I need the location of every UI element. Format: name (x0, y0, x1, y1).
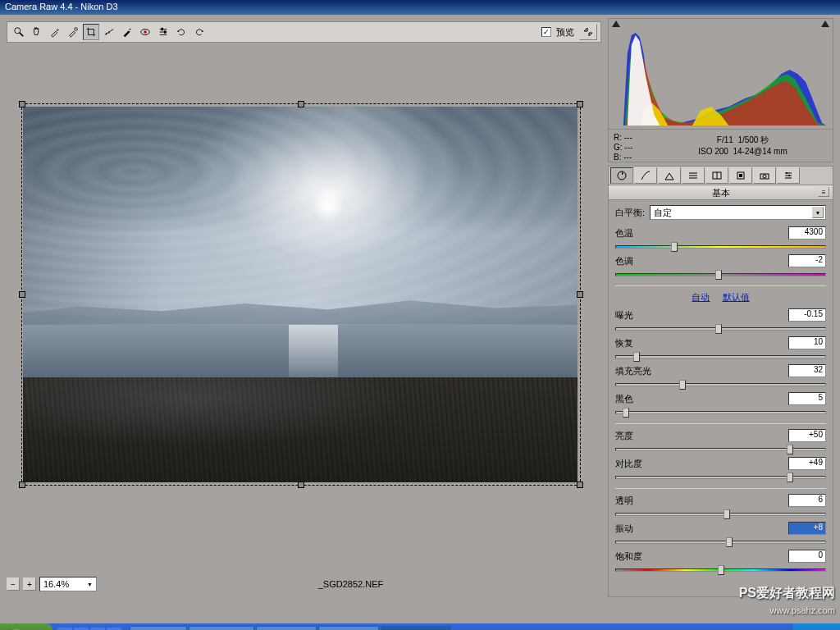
wb-label: 白平衡: (615, 207, 645, 219)
svg-rect-10 (164, 30, 167, 34)
window-title: Camera Raw 4.4 - Nikon D3 (5, 2, 118, 11)
rotate-cw-icon[interactable] (191, 24, 208, 40)
blacks-slider[interactable] (615, 407, 826, 418)
svg-rect-18 (739, 174, 742, 177)
fill-label: 填充亮光 (615, 365, 664, 377)
zoom-tool-icon[interactable] (11, 24, 27, 40)
tint-label: 色调 (615, 255, 656, 267)
histogram (608, 18, 833, 130)
bright-label: 亮度 (615, 430, 656, 442)
crop-overlay[interactable] (21, 103, 581, 486)
tint-input[interactable]: -2 (788, 254, 826, 267)
system-tray[interactable]: 🛡 K 🔊 (793, 623, 840, 630)
tab-detail[interactable] (658, 167, 681, 184)
preview-checkbox[interactable]: ✓ (541, 27, 551, 37)
tab-split[interactable] (705, 167, 728, 184)
task-btn-4[interactable]: 📋TODO2 (318, 626, 379, 630)
window-titlebar: Camera Raw 4.4 - Nikon D3 (0, 0, 840, 15)
contrast-label: 对比度 (615, 458, 656, 470)
fill-slider[interactable] (615, 379, 826, 390)
zoom-out-button[interactable]: − (7, 578, 20, 591)
clarity-slider[interactable] (615, 509, 826, 520)
exposure-label: 曝光 (615, 309, 656, 322)
auto-link[interactable]: 自动 (692, 292, 710, 302)
wb-dropdown[interactable]: 自定 ▼ (650, 205, 826, 220)
basic-panel: 白平衡: 自定 ▼ 色温 4300 色调 -2 自动 默认值 (608, 200, 833, 597)
tab-curve[interactable] (634, 167, 657, 184)
taskbar: 开始 e ▭ ✉ ◆ 🦊[学习... 📁2 Wind... 📘3 Micr...… (0, 623, 840, 630)
svg-rect-9 (161, 28, 163, 31)
tab-camera[interactable] (753, 167, 776, 184)
svg-point-24 (786, 172, 788, 174)
svg-point-20 (763, 175, 766, 178)
sat-input[interactable]: 0 (788, 550, 826, 563)
default-link[interactable]: 默认值 (723, 292, 750, 302)
task-buttons: 🦊[学习... 📁2 Wind... 📘3 Micr... 📋TODO2 PsA… (126, 626, 793, 630)
tab-presets[interactable] (777, 167, 800, 184)
contrast-slider[interactable] (615, 472, 826, 483)
fullscreen-button[interactable] (579, 24, 597, 40)
task-btn-5[interactable]: PsAdobe P... (381, 626, 451, 630)
tab-lens[interactable] (729, 167, 752, 184)
color-sampler-tool-icon[interactable] (65, 24, 81, 40)
task-btn-3[interactable]: 📘3 Micr... (256, 626, 317, 630)
rotate-ccw-icon[interactable] (173, 24, 189, 40)
panel-title: 基本 ≡ (608, 185, 833, 200)
svg-point-25 (788, 175, 790, 176)
task-btn-1[interactable]: 🦊[学习... (130, 626, 187, 630)
vibrance-input[interactable]: +8 (788, 522, 826, 535)
panel-menu-icon[interactable]: ≡ (818, 187, 829, 197)
temp-label: 色温 (615, 227, 656, 240)
toolbar: ✓ 预览 (7, 21, 601, 43)
prefs-tool-icon[interactable] (155, 24, 171, 40)
preview-label: 预览 (556, 26, 574, 39)
vibrance-slider[interactable] (615, 536, 826, 548)
contrast-input[interactable]: +49 (788, 457, 826, 470)
zoom-select[interactable]: 16.4%▼ (39, 577, 97, 591)
temp-input[interactable]: 4300 (788, 226, 826, 240)
zoom-in-button[interactable]: + (23, 578, 36, 591)
bright-input[interactable]: +50 (788, 429, 826, 442)
crop-tool-icon[interactable] (83, 24, 99, 40)
task-btn-2[interactable]: 📁2 Wind... (189, 626, 253, 630)
preview-area[interactable] (7, 49, 601, 569)
recovery-input[interactable]: 10 (788, 336, 826, 349)
clarity-input[interactable]: 6 (788, 494, 826, 507)
clarity-label: 透明 (615, 495, 656, 507)
svg-point-3 (130, 29, 131, 30)
filename-label: _SGD2852.NEF (100, 579, 601, 589)
footer: 存储图像 打开图像 取消 (0, 600, 840, 623)
svg-point-5 (144, 30, 147, 34)
tab-hsl[interactable] (682, 167, 705, 184)
recovery-label: 恢复 (615, 337, 656, 349)
recovery-slider[interactable] (615, 351, 826, 363)
svg-point-0 (15, 28, 21, 34)
fill-input[interactable]: 32 (788, 364, 826, 377)
tint-slider[interactable] (615, 269, 826, 281)
highlight-clip-icon[interactable] (821, 21, 829, 27)
temp-slider[interactable] (615, 241, 826, 253)
vibrance-label: 振动 (615, 523, 656, 535)
panel-tabs (608, 166, 833, 185)
blacks-input[interactable]: 5 (788, 392, 826, 405)
svg-line-1 (20, 33, 23, 36)
exposure-input[interactable]: -0.15 (788, 308, 826, 322)
retouch-tool-icon[interactable] (119, 24, 135, 40)
hand-tool-icon[interactable] (29, 24, 45, 40)
info-readout: R: --- G: --- B: --- F/11 1/500 秒 ISO 20… (608, 130, 833, 162)
eyedropper-tool-icon[interactable] (47, 24, 63, 40)
svg-point-2 (75, 28, 78, 31)
start-button[interactable]: 开始 (0, 623, 52, 630)
straighten-tool-icon[interactable] (101, 24, 117, 40)
sat-slider[interactable] (615, 564, 826, 576)
exposure-slider[interactable] (615, 323, 826, 335)
blacks-label: 黑色 (615, 393, 656, 405)
redeye-tool-icon[interactable] (137, 24, 153, 40)
chevron-down-icon: ▼ (812, 207, 824, 218)
sat-label: 饱和度 (615, 550, 656, 563)
tab-basic[interactable] (610, 167, 633, 184)
bright-slider[interactable] (615, 444, 826, 455)
shadow-clip-icon[interactable] (612, 21, 620, 27)
